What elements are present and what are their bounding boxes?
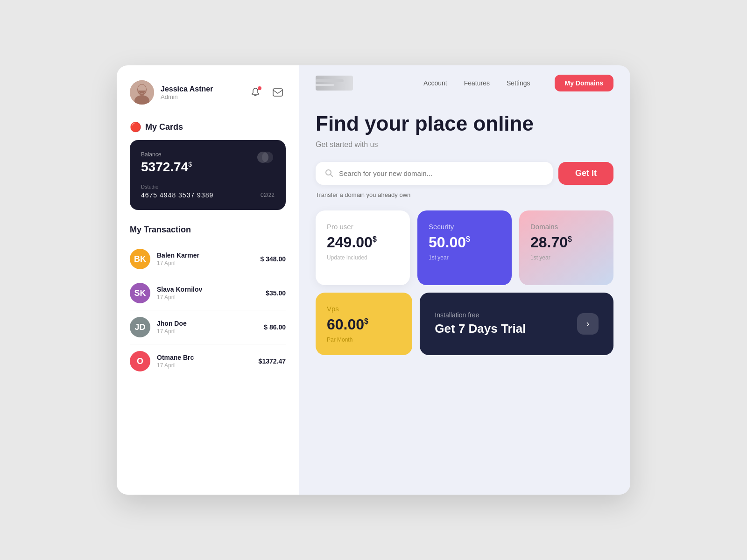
transaction-item: O Otmane Brc 17 April $1372.47 <box>130 344 286 378</box>
trans-name: Balen Karmer <box>157 252 254 259</box>
title-dot: 🔴 <box>130 121 141 133</box>
user-role: Admin <box>161 93 241 100</box>
hero-subtitle: Get started with us <box>316 140 613 149</box>
notification-dot <box>258 86 261 90</box>
trans-date: 17 April <box>157 260 254 266</box>
account-link[interactable]: Account <box>423 79 447 87</box>
trans-amount: $ 86.00 <box>264 323 286 331</box>
transaction-list: BK Balen Karmer 17 April $ 348.00 SK Sla… <box>130 242 286 378</box>
svg-point-6 <box>262 152 273 163</box>
transfer-text: Transfer a domain you already own <box>316 191 613 198</box>
mail-button[interactable] <box>270 84 286 100</box>
pricing-sublabel: 1st year <box>530 254 602 261</box>
user-info: Jessica Astner Admin <box>161 85 241 100</box>
navbar-logo <box>316 76 353 91</box>
avatar <box>130 80 154 105</box>
user-name: Jessica Astner <box>161 85 241 93</box>
vps-card: Vps 60.00$ Par Month <box>316 293 412 355</box>
pricing-grid: Pro user 249.00$ Update included Securit… <box>316 210 613 285</box>
card-brand-logo <box>256 151 275 167</box>
pricing-price: 28.70$ <box>530 234 602 251</box>
search-input-wrapper <box>316 162 553 185</box>
trans-avatar: SK <box>130 283 150 303</box>
trans-info: Otmane Brc 17 April <box>157 354 252 369</box>
trans-info: Jhon Doe 17 April <box>157 320 257 335</box>
pricing-card-security: Security 50.00$ 1st year <box>417 210 512 285</box>
bottom-row: Vps 60.00$ Par Month Installation free G… <box>316 293 613 355</box>
right-panel: Account Features Settings My Domains Fin… <box>299 65 630 495</box>
card-number-row: 4675 4948 3537 9389 02/22 <box>141 191 275 199</box>
trans-info: Slava Kornilov 17 April <box>157 286 259 301</box>
pricing-price: 50.00$ <box>429 234 500 251</box>
trans-date: 17 April <box>157 294 259 301</box>
pricing-label: Security <box>429 223 500 231</box>
balance-label: Balance <box>141 151 275 158</box>
balance-value: 5372.74$ <box>141 160 275 175</box>
pricing-card-pro: Pro user 249.00$ Update included <box>316 210 410 285</box>
credit-card: Balance 5372.74$ Dstudio 4675 4948 3537 … <box>130 140 286 210</box>
pricing-price: 249.00$ <box>327 234 399 251</box>
trial-card: Installation free Get 7 Days Trial › <box>420 293 613 355</box>
get-it-button[interactable]: Get it <box>558 162 613 185</box>
search-bar: Get it <box>316 162 613 185</box>
trial-arrow-button[interactable]: › <box>577 313 599 335</box>
transactions-section: My Transaction BK Balen Karmer 17 April … <box>130 225 286 480</box>
trans-avatar: BK <box>130 249 150 269</box>
left-panel: Jessica Astner Admin <box>117 65 299 495</box>
my-cards-title: 🔴 My Cards <box>130 121 286 133</box>
svg-rect-7 <box>316 79 344 82</box>
pricing-sublabel: Update included <box>327 254 399 261</box>
trans-avatar: JD <box>130 317 150 337</box>
card-studio: Dstudio <box>141 184 275 189</box>
transaction-item: JD Jhon Doe 17 April $ 86.00 <box>130 310 286 344</box>
search-input[interactable] <box>339 162 543 185</box>
pricing-sublabel: 1st year <box>429 254 500 261</box>
trans-name: Jhon Doe <box>157 320 257 327</box>
navbar: Account Features Settings My Domains <box>299 65 630 101</box>
vps-label: Vps <box>327 305 401 313</box>
trans-date: 17 April <box>157 328 257 335</box>
trans-name: Slava Kornilov <box>157 286 259 293</box>
main-content: Find your place online Get started with … <box>299 101 630 495</box>
trans-amount: $1372.47 <box>259 357 286 365</box>
settings-link[interactable]: Settings <box>507 79 530 87</box>
hero-title: Find your place online <box>316 112 613 136</box>
features-link[interactable]: Features <box>464 79 490 87</box>
card-number: 4675 4948 3537 9389 <box>141 191 213 199</box>
trans-date: 17 April <box>157 362 252 369</box>
trans-amount: $ 348.00 <box>261 255 286 263</box>
trial-title: Get 7 Days Trial <box>435 322 577 336</box>
trial-text: Installation free Get 7 Days Trial <box>435 311 577 336</box>
trans-avatar: O <box>130 351 150 371</box>
card-expiry: 02/22 <box>261 192 275 198</box>
svg-rect-4 <box>273 89 282 96</box>
header-icons <box>247 84 286 100</box>
transaction-item: BK Balen Karmer 17 April $ 348.00 <box>130 242 286 276</box>
user-header: Jessica Astner Admin <box>130 80 286 105</box>
svg-rect-8 <box>316 84 334 86</box>
trans-info: Balen Karmer 17 April <box>157 252 254 266</box>
navbar-links: Account Features Settings My Domains <box>423 75 613 91</box>
pricing-card-domains: Domains 28.70$ 1st year <box>519 210 613 285</box>
search-icon <box>325 169 333 177</box>
app-container: Jessica Astner Admin <box>117 65 630 495</box>
transactions-title: My Transaction <box>130 225 286 235</box>
trans-name: Otmane Brc <box>157 354 252 361</box>
vps-sublabel: Par Month <box>327 336 401 343</box>
pricing-label: Domains <box>530 223 602 231</box>
pricing-label: Pro user <box>327 223 399 231</box>
my-domains-button[interactable]: My Domains <box>555 75 613 91</box>
transaction-item: SK Slava Kornilov 17 April $35.00 <box>130 276 286 310</box>
vps-price: 60.00$ <box>327 316 401 333</box>
notification-button[interactable] <box>247 84 263 100</box>
trans-amount: $35.00 <box>266 289 286 297</box>
trial-small-text: Installation free <box>435 311 577 319</box>
